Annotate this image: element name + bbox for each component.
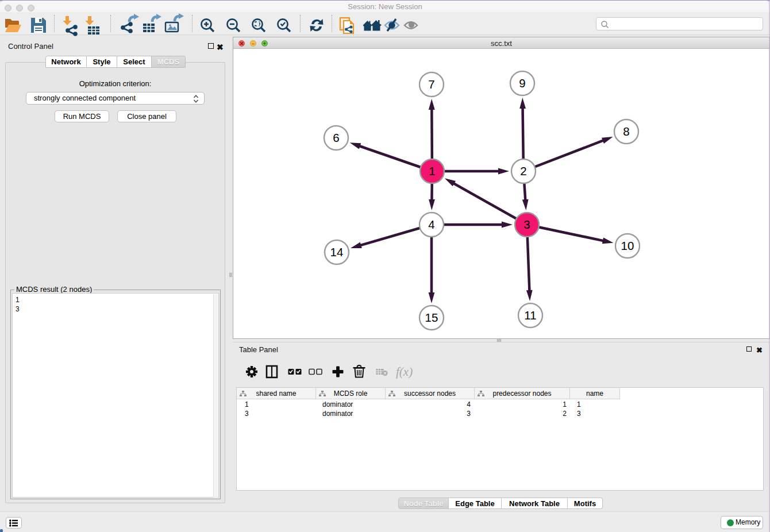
svg-text:2: 2: [520, 164, 526, 178]
svg-text:9: 9: [519, 76, 525, 90]
svg-text:10: 10: [621, 239, 634, 252]
svg-text:3: 3: [523, 218, 530, 231]
svg-text:11: 11: [524, 309, 536, 322]
svg-text:7: 7: [428, 78, 434, 91]
svg-text:f(x): f(x): [396, 365, 413, 379]
svg-text:14: 14: [330, 245, 344, 259]
svg-text:4: 4: [428, 218, 434, 231]
svg-text:8: 8: [623, 125, 629, 138]
svg-text:1: 1: [429, 164, 435, 178]
svg-text:6: 6: [333, 131, 339, 144]
svg-text:15: 15: [425, 311, 438, 324]
